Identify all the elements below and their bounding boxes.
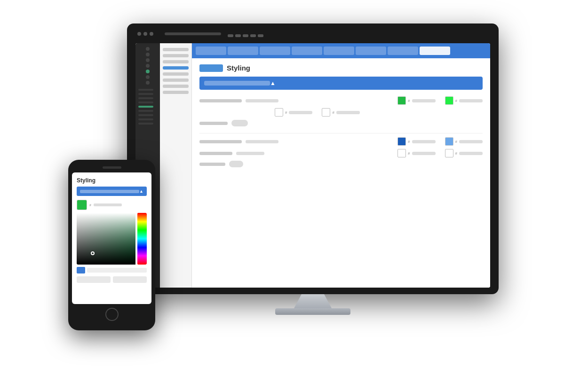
nav-tab-1[interactable] xyxy=(196,47,226,55)
prop-value-4 xyxy=(246,140,278,143)
prop-row-5: # # xyxy=(199,149,483,157)
color-group-white1: # xyxy=(275,108,312,117)
prop-label-4 xyxy=(199,140,242,143)
prop-toggle-1[interactable] xyxy=(231,120,248,126)
prop-value-5 xyxy=(236,152,264,155)
phone-color-swatch[interactable] xyxy=(77,200,87,210)
color-swatch-lightblue[interactable] xyxy=(445,137,453,146)
color-swatch-lime[interactable] xyxy=(445,96,453,105)
color-group-white4: # xyxy=(445,149,483,157)
phone-hash-symbol: # xyxy=(89,203,91,207)
phone-accordion-bar[interactable]: ▲ xyxy=(77,187,147,196)
phone-title: Styling xyxy=(77,177,147,184)
color-group-white3: # xyxy=(397,149,435,157)
color-picker[interactable] xyxy=(77,213,147,265)
color-swatch-green[interactable] xyxy=(397,96,406,105)
phone-home-button[interactable] xyxy=(105,308,119,321)
phone-cancel-button[interactable] xyxy=(77,276,111,283)
prop-row-4: # # xyxy=(199,137,483,146)
phone-accordion-arrow-icon: ▲ xyxy=(139,189,143,194)
main-content: Styling ▲ xyxy=(192,43,490,288)
nav-tab-5[interactable] xyxy=(324,47,354,55)
picker-cursor xyxy=(91,251,95,255)
hue-bar[interactable] xyxy=(137,213,147,265)
phone-accordion-label xyxy=(80,190,139,193)
color-swatch-white4[interactable] xyxy=(445,149,453,157)
phone-screen: Styling ▲ # xyxy=(72,172,151,304)
scene: Styling ▲ xyxy=(0,0,588,375)
color-value-green xyxy=(412,99,436,102)
hex-row xyxy=(77,267,147,273)
color-group-green: # xyxy=(397,96,435,105)
color-value-white4 xyxy=(459,152,483,155)
prop-label-6 xyxy=(199,163,225,166)
phone-body: Styling ▲ # xyxy=(68,160,155,330)
nav-bar xyxy=(192,43,490,58)
phone-ok-button[interactable] xyxy=(113,276,147,283)
prop-row-1: # # xyxy=(199,96,483,105)
monitor-stand-base xyxy=(275,308,350,315)
prop-label-3 xyxy=(199,122,228,125)
prop-row-2: # # xyxy=(199,108,483,117)
color-swatch-blue[interactable] xyxy=(397,137,406,146)
prop-value-1 xyxy=(246,99,278,102)
content-header: Styling xyxy=(199,64,483,72)
hash-label-5: # xyxy=(408,140,410,144)
color-group-lightblue: # xyxy=(445,137,483,146)
nav-tab-6[interactable] xyxy=(356,47,386,55)
hash-label-3: # xyxy=(285,110,287,115)
color-value-blue xyxy=(412,140,436,143)
prop-section-2: # # xyxy=(199,137,483,167)
hash-label-2: # xyxy=(455,99,457,103)
nav-tab-4[interactable] xyxy=(292,47,322,55)
accordion-bar[interactable]: ▲ xyxy=(199,77,483,90)
prop-toggle-2[interactable] xyxy=(229,161,243,167)
header-badge xyxy=(199,64,223,72)
hash-label-4: # xyxy=(332,110,334,115)
section-divider-1 xyxy=(199,133,483,133)
accordion-arrow-icon: ▲ xyxy=(270,80,276,86)
hash-label-7: # xyxy=(408,151,410,156)
color-value-lime xyxy=(459,99,483,102)
color-swatch-white2[interactable] xyxy=(322,108,330,117)
content-area: Styling ▲ xyxy=(192,58,490,288)
color-value-white2 xyxy=(336,111,360,114)
color-swatch-white3[interactable] xyxy=(397,149,406,157)
phone: Styling ▲ # xyxy=(68,160,155,330)
color-group-lime: # xyxy=(445,96,483,105)
phone-color-value xyxy=(94,203,122,206)
prop-section-1: # # xyxy=(199,96,483,126)
nav-tab-3[interactable] xyxy=(260,47,290,55)
hex-swatch xyxy=(77,267,85,273)
hash-label-1: # xyxy=(408,99,410,103)
color-value-white3 xyxy=(412,152,436,155)
prop-label-1 xyxy=(199,99,242,102)
prop-row-3 xyxy=(199,120,483,126)
color-group-white2: # xyxy=(322,108,359,117)
phone-color-row: # xyxy=(77,200,147,210)
tree-panel xyxy=(160,43,192,288)
gradient-lightness xyxy=(77,213,135,265)
nav-tab-2[interactable] xyxy=(228,47,258,55)
page-title: Styling xyxy=(227,64,250,72)
hash-label-8: # xyxy=(455,151,457,156)
phone-speaker xyxy=(103,166,121,169)
nav-tab-8[interactable] xyxy=(420,47,450,55)
prop-row-6 xyxy=(199,161,483,167)
color-value-lightblue xyxy=(459,140,483,143)
monitor: Styling ▲ xyxy=(127,23,499,294)
monitor-screen: Styling ▲ xyxy=(135,43,490,288)
color-group-blue: # xyxy=(397,137,435,146)
phone-action-buttons xyxy=(77,276,147,283)
color-swatch-white1[interactable] xyxy=(275,108,283,117)
prop-label-5 xyxy=(199,152,232,155)
accordion-bar-label xyxy=(204,81,270,86)
nav-tab-7[interactable] xyxy=(388,47,418,55)
color-value-white1 xyxy=(289,111,312,114)
hash-label-6: # xyxy=(455,140,457,144)
monitor-stand-neck xyxy=(294,294,332,308)
hex-input[interactable] xyxy=(87,268,147,273)
